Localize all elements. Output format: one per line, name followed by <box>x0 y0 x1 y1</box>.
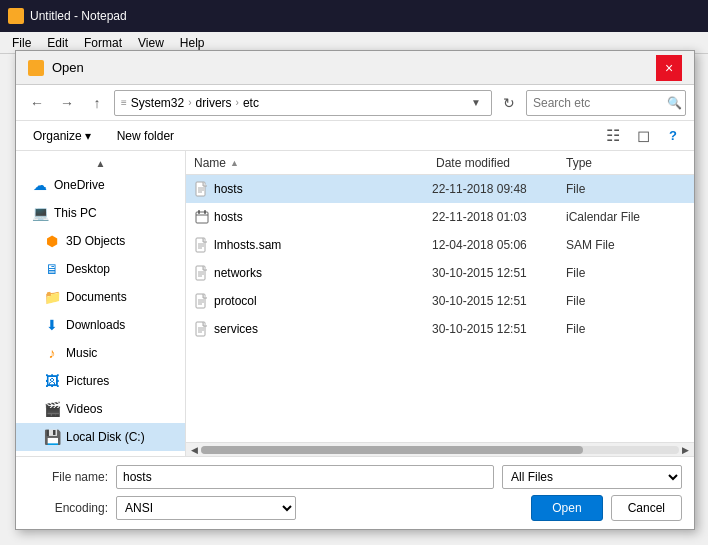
sidebar-label-3dobjects: 3D Objects <box>66 234 125 248</box>
file-type: SAM File <box>566 238 686 252</box>
file-name: services <box>214 322 428 336</box>
hscroll-right-icon[interactable]: ▶ <box>679 445 692 455</box>
sidebar-item-localdisk[interactable]: 💾 Local Disk (C:) <box>16 423 185 451</box>
help-button[interactable]: ? <box>660 123 686 149</box>
sidebar-item-downloads[interactable]: ⬇ Downloads <box>16 311 185 339</box>
sidebar-item-onedrive[interactable]: ☁ OneDrive <box>16 171 185 199</box>
file-row[interactable]: services30-10-2015 12:51File <box>186 315 694 343</box>
dialog-bottom: File name: All Files Encoding: ANSI Open… <box>16 456 694 529</box>
file-icon <box>194 237 210 253</box>
sidebar-label-downloads: Downloads <box>66 318 125 332</box>
dialog-content: ▲ ☁ OneDrive 💻 This PC ⬢ 3D Objects 🖥 De… <box>16 151 694 456</box>
back-button[interactable]: ← <box>24 90 50 116</box>
file-row[interactable]: lmhosts.sam12-04-2018 05:06SAM File <box>186 231 694 259</box>
refresh-button[interactable]: ↻ <box>496 90 522 116</box>
col-type-header[interactable]: Type <box>566 156 686 170</box>
file-type: File <box>566 322 686 336</box>
svg-rect-4 <box>196 212 208 223</box>
sidebar-item-documents[interactable]: 📁 Documents <box>16 283 185 311</box>
file-name: lmhosts.sam <box>214 238 428 252</box>
address-etc: etc <box>243 96 259 110</box>
address-parts: ≡ System32 › drivers › etc <box>119 96 471 110</box>
sidebar-label-music: Music <box>66 346 97 360</box>
sidebar-label-onedrive: OneDrive <box>54 178 105 192</box>
menu-view[interactable]: View <box>130 34 172 52</box>
horizontal-scrollbar[interactable]: ◀ ▶ <box>186 442 694 456</box>
file-type: File <box>566 266 686 280</box>
col-name-header[interactable]: Name ▲ <box>194 156 436 170</box>
sidebar-item-thispc[interactable]: 💻 This PC <box>16 199 185 227</box>
file-icon <box>194 181 210 197</box>
file-row[interactable]: networks30-10-2015 12:51File <box>186 259 694 287</box>
menu-format[interactable]: Format <box>76 34 130 52</box>
hscroll-left-icon[interactable]: ◀ <box>188 445 201 455</box>
menu-file[interactable]: File <box>4 34 39 52</box>
downloads-icon: ⬇ <box>44 317 60 333</box>
address-sep-1: › <box>188 97 191 108</box>
thispc-icon: 💻 <box>32 205 48 221</box>
dialog-icon <box>28 60 44 76</box>
address-system32: System32 <box>131 96 184 110</box>
encoding-select[interactable]: ANSI <box>116 496 296 520</box>
up-button[interactable]: ↑ <box>84 90 110 116</box>
view-toggle-button[interactable]: ☷ <box>600 123 626 149</box>
file-name: networks <box>214 266 428 280</box>
file-type: File <box>566 294 686 308</box>
menu-help[interactable]: Help <box>172 34 213 52</box>
hscroll-track[interactable] <box>201 446 679 454</box>
sidebar-item-music[interactable]: ♪ Music <box>16 339 185 367</box>
file-row[interactable]: protocol30-10-2015 12:51File <box>186 287 694 315</box>
file-row[interactable]: hosts22-11-2018 01:03iCalendar File <box>186 203 694 231</box>
filename-input[interactable] <box>116 465 494 489</box>
file-row[interactable]: hosts22-11-2018 09:48File <box>186 175 694 203</box>
svg-rect-7 <box>204 210 206 214</box>
file-type: File <box>566 182 686 196</box>
dialog-close-button[interactable]: × <box>656 55 682 81</box>
dialog-toolbar: ← → ↑ ≡ System32 › drivers › etc ▼ ↻ 🔍 <box>16 85 694 121</box>
address-drivers: drivers <box>196 96 232 110</box>
sidebar-label-documents: Documents <box>66 290 127 304</box>
view-pane-button[interactable]: ◻ <box>630 123 656 149</box>
menu-edit[interactable]: Edit <box>39 34 76 52</box>
documents-icon: 📁 <box>44 289 60 305</box>
pictures-icon: 🖼 <box>44 373 60 389</box>
sidebar-label-localdisk: Local Disk (C:) <box>66 430 145 444</box>
hscroll-thumb[interactable] <box>201 446 583 454</box>
encoding-label: Encoding: <box>28 501 108 515</box>
sidebar-label-thispc: This PC <box>54 206 97 220</box>
sidebar-item-videos[interactable]: 🎬 Videos <box>16 395 185 423</box>
organize-label: Organize <box>33 129 82 143</box>
address-dropdown-icon[interactable]: ▼ <box>471 97 487 108</box>
forward-button[interactable]: → <box>54 90 80 116</box>
file-icon <box>194 265 210 281</box>
cancel-button[interactable]: Cancel <box>611 495 682 521</box>
file-name: hosts <box>214 210 428 224</box>
open-button[interactable]: Open <box>531 495 602 521</box>
col-date-header[interactable]: Date modified <box>436 156 566 170</box>
file-name: protocol <box>214 294 428 308</box>
search-input[interactable] <box>526 90 686 116</box>
file-date: 22-11-2018 09:48 <box>432 182 562 196</box>
file-type: iCalendar File <box>566 210 686 224</box>
file-icon <box>194 209 210 225</box>
sidebar-item-pictures[interactable]: 🖼 Pictures <box>16 367 185 395</box>
svg-rect-6 <box>198 210 200 214</box>
file-list-area: Name ▲ Date modified Type hosts22-11-201… <box>186 151 694 442</box>
address-icon: ≡ <box>121 97 127 108</box>
organize-button[interactable]: Organize ▾ <box>24 126 100 146</box>
file-name: hosts <box>214 182 428 196</box>
videos-icon: 🎬 <box>44 401 60 417</box>
notepad-icon <box>8 8 24 24</box>
filetype-select[interactable]: All Files <box>502 465 682 489</box>
sidebar-item-desktop[interactable]: 🖥 Desktop <box>16 255 185 283</box>
sidebar: ▲ ☁ OneDrive 💻 This PC ⬢ 3D Objects 🖥 De… <box>16 151 186 456</box>
new-folder-button[interactable]: New folder <box>108 126 183 146</box>
sidebar-scroll-up[interactable]: ▲ <box>16 155 185 171</box>
sidebar-label-videos: Videos <box>66 402 102 416</box>
encoding-row: Encoding: ANSI Open Cancel <box>28 495 682 521</box>
address-bar[interactable]: ≡ System32 › drivers › etc ▼ <box>114 90 492 116</box>
col-date-label: Date modified <box>436 156 510 170</box>
music-icon: ♪ <box>44 345 60 361</box>
open-dialog: Open × ← → ↑ ≡ System32 › drivers › etc … <box>15 50 695 530</box>
sidebar-item-3dobjects[interactable]: ⬢ 3D Objects <box>16 227 185 255</box>
